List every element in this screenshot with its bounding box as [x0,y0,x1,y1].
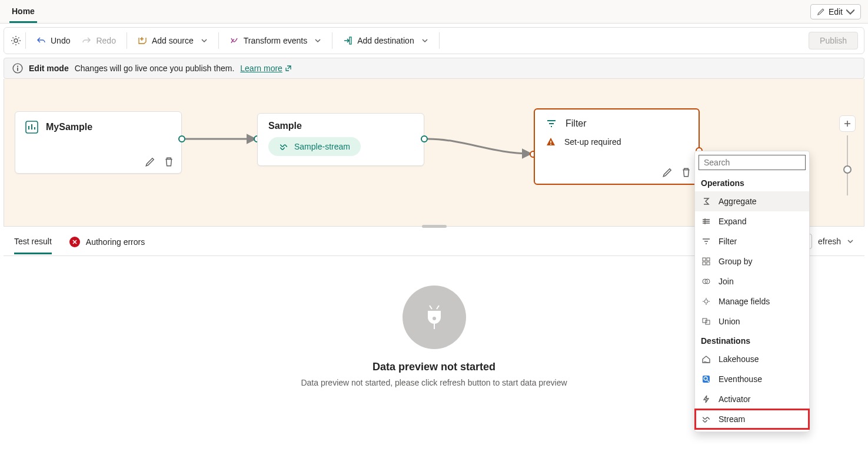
delete-node-button[interactable] [680,166,693,179]
chevron-down-icon[interactable] [847,238,854,245]
union-icon [701,316,711,327]
dropdown-item-label: Lakehouse [719,354,759,364]
dropdown-item-union[interactable]: Union [695,311,809,331]
undo-button[interactable]: Undo [31,32,76,49]
trash-icon [681,167,691,178]
activator-icon [701,394,711,404]
svg-rect-1 [350,37,351,44]
tab-authoring-errors-label: Authoring errors [86,237,145,247]
transform-icon [230,36,239,45]
redo-icon [82,36,91,45]
add-dropdown: Operations Aggregate Expand Filter Group… [694,151,810,432]
dropdown-item-label: Activator [719,394,750,404]
settings-button[interactable] [6,31,25,50]
edit-node-button[interactable] [661,166,674,179]
stream-pill-label: Sample-stream [294,142,350,151]
edit-button[interactable]: Edit [810,4,861,19]
node-mysample[interactable]: MySample [15,111,182,174]
divider [439,32,440,49]
delete-node-button[interactable] [162,155,175,168]
chevron-down-icon [421,37,428,44]
trash-icon [164,157,174,167]
tab-authoring-errors[interactable]: Authoring errors [69,228,145,254]
info-bar: Edit mode Changes will go live once you … [4,58,864,79]
add-destination-button[interactable]: Add destination [337,32,434,49]
dropdown-item-label: Union [719,317,740,326]
dropdown-search-input[interactable] [699,155,806,170]
edit-node-button[interactable] [144,155,157,168]
join-icon [701,276,711,287]
svg-point-3 [17,66,18,67]
zoom-in-button[interactable] [839,115,856,132]
edge-mysample-sample [185,133,258,145]
learn-more-link[interactable]: Learn more [240,64,292,73]
refresh-label[interactable]: efresh [818,237,841,246]
publish-button[interactable]: Publish [809,32,858,49]
port-sample-out[interactable] [421,135,428,142]
chart-icon [25,120,39,134]
dropdown-item-label: Manage fields [719,297,770,306]
chevron-down-icon [314,37,321,44]
tab-home[interactable]: Home [9,1,37,23]
dropdown-item-lakehouse[interactable]: Lakehouse [695,349,809,369]
dropdown-item-label: Group by [719,257,753,266]
preview-subtitle: Data preview not started, please click r… [301,378,567,387]
add-source-label: Add source [152,36,194,45]
plus-icon [843,120,852,128]
node-filter[interactable]: Filter Set-up required [534,108,700,185]
caret-down-icon [846,8,854,16]
pencil-icon [817,8,825,16]
warning-icon [546,137,556,147]
redo-button[interactable]: Redo [76,32,121,49]
dropdown-item-label: Expand [719,217,746,226]
svg-rect-4 [17,68,18,71]
transform-events-button[interactable]: Transform events [224,32,327,49]
expand-icon [701,216,711,227]
pencil-icon [145,157,155,167]
stream-pill[interactable]: Sample-stream [268,137,361,156]
port-mysample-out[interactable] [178,135,185,142]
dropdown-item-label: Eventhouse [719,374,762,384]
dropdown-item-label: Join [719,277,734,286]
info-message: Changes will go live once you publish th… [75,64,235,73]
error-badge-icon [69,237,80,247]
plug-icon [403,286,466,349]
external-link-icon [285,65,292,72]
dropdown-item-eventhouse[interactable]: Eventhouse [695,369,809,389]
zoom-track[interactable] [847,135,848,195]
pencil-icon [662,167,673,178]
dropdown-item-label: Filter [719,237,737,246]
add-source-icon [138,36,147,45]
add-destination-icon [343,36,352,45]
undo-label: Undo [51,36,70,45]
redo-label: Redo [96,36,115,45]
filter-icon [701,236,711,247]
node-filter-title: Filter [566,118,587,129]
info-mode-label: Edit mode [29,64,69,73]
dropdown-item-join[interactable]: Join [695,271,809,291]
svg-rect-6 [550,141,551,143]
dropdown-item-activator[interactable]: Activator [695,389,809,409]
zoom-thumb[interactable] [843,165,852,174]
node-sample[interactable]: Sample Sample-stream [257,113,424,166]
node-mysample-title: MySample [46,122,92,132]
zoom-control [839,115,856,215]
splitter-grip[interactable] [422,225,447,228]
dropdown-item-stream[interactable]: Stream [695,409,809,429]
node-sample-title: Sample [268,121,413,131]
dropdown-item-filter[interactable]: Filter [695,231,809,251]
undo-icon [36,36,46,45]
add-source-button[interactable]: Add source [132,32,214,49]
dropdown-group-destinations: Destinations [695,331,809,349]
edit-button-label: Edit [829,7,843,16]
dropdown-item-manage-fields[interactable]: Manage fields [695,291,809,311]
dropdown-item-aggregate[interactable]: Aggregate [695,191,809,211]
dropdown-item-group-by[interactable]: Group by [695,251,809,271]
node-filter-warning: Set-up required [564,137,621,147]
dropdown-item-expand[interactable]: Expand [695,211,809,231]
svg-point-15 [704,300,708,303]
tab-test-result[interactable]: Test result [14,228,52,254]
header: Home Edit [0,0,868,24]
stream-icon [279,142,288,151]
manage-fields-icon [701,296,711,307]
